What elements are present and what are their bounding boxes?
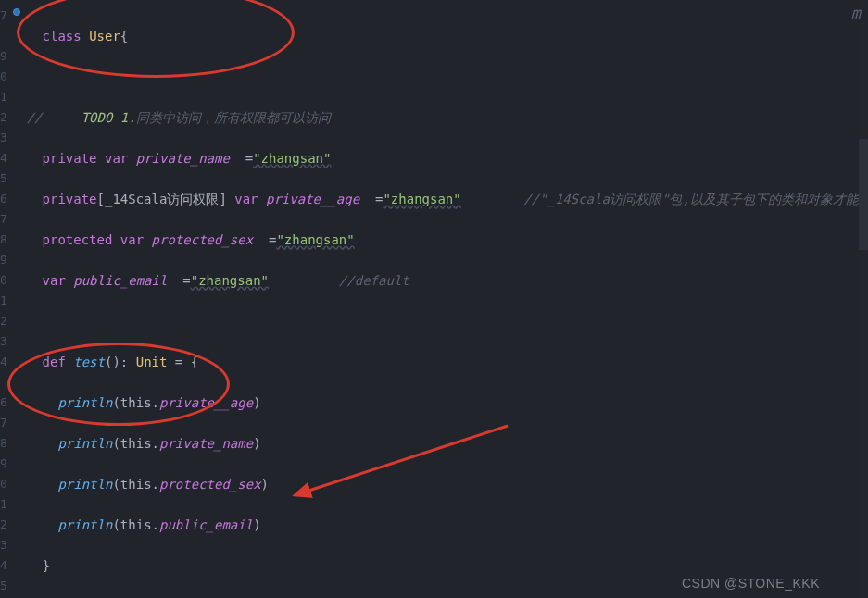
line-number: 0: [0, 474, 7, 494]
line-number: 6: [0, 189, 7, 209]
field-public-email: public_email: [73, 273, 167, 288]
paren: ): [261, 477, 269, 492]
watermark: CSDN @STONE_KKK: [682, 576, 820, 591]
line-number: 8: [0, 230, 7, 250]
line-number: 8: [0, 433, 7, 454]
paren: (: [112, 517, 120, 532]
svg-line-0: [295, 426, 508, 495]
todo-marker: TODO 1.: [82, 110, 136, 125]
comment: 同类中访问，所有权限都可以访问: [136, 110, 331, 125]
comment: //default: [269, 273, 409, 288]
call-println: println: [11, 517, 113, 532]
punct: =: [359, 192, 383, 206]
call-println: println: [11, 436, 113, 451]
line-number: 9: [0, 454, 7, 474]
line-number: 5: [0, 168, 7, 189]
field-private-name: private_name: [136, 151, 230, 166]
line-number-gutter: 7 9 0 1 2 3 4 5 6 7 8 9 0 1 2 3 4 6 7 8 …: [0, 0, 7, 598]
line-number: 4: [0, 352, 7, 372]
minimap[interactable]: m: [859, 0, 868, 598]
comment: //: [11, 110, 82, 125]
brace: = {: [167, 355, 198, 369]
code-area[interactable]: class User{ // TODO 1.同类中访问，所有权限都可以访问 pr…: [7, 0, 859, 598]
line-number: 9: [0, 46, 7, 67]
punct: =: [230, 151, 253, 166]
line-number: 9: [0, 250, 7, 270]
comment: //"_14Scala访问权限"包,以及其子包下的类和对象才能: [461, 192, 859, 206]
punct: ():: [105, 355, 136, 369]
line-number: 1: [0, 87, 7, 107]
call-println: println: [11, 477, 113, 492]
keyword-this: this: [120, 517, 152, 532]
dot: .: [152, 395, 159, 410]
keyword-this: this: [120, 436, 152, 451]
dot: .: [152, 477, 159, 492]
line-number: 1: [0, 494, 7, 515]
line-number: 2: [0, 107, 7, 128]
keyword-protected: protected: [11, 232, 120, 247]
punct: =: [253, 232, 276, 247]
minimap-letter: m: [851, 4, 861, 22]
keyword-this: this: [120, 395, 152, 410]
keyword-private: private: [11, 192, 97, 206]
line-number: 7: [0, 209, 7, 230]
punct: =: [167, 273, 190, 288]
paren: ): [253, 517, 260, 532]
paren: (: [112, 477, 120, 492]
minimap-viewport[interactable]: [859, 139, 868, 250]
line-number: [0, 26, 7, 46]
paren: ): [253, 436, 260, 451]
paren: (: [112, 395, 120, 410]
line-number: 1: [0, 291, 7, 311]
brace: {: [120, 29, 128, 44]
dot: .: [152, 517, 159, 532]
keyword-this: this: [120, 477, 152, 492]
line-number: 0: [0, 67, 7, 87]
access-qualifier: [_14Scala访问权限]: [97, 192, 235, 206]
dot: .: [152, 436, 159, 451]
line-number: 4: [0, 148, 7, 168]
line-number: 3: [0, 331, 7, 352]
field-ref: private_name: [159, 436, 253, 451]
string-literal: "zhangsan": [191, 273, 269, 288]
keyword-var: var: [105, 151, 136, 166]
brace: }: [11, 558, 50, 573]
type-unit: Unit: [136, 355, 168, 369]
line-number: 6: [0, 392, 7, 413]
string-literal: "zhangsan": [253, 151, 331, 166]
annotation-arrow: [276, 417, 517, 509]
field-private-age: private__age: [266, 192, 359, 206]
line-number: 2: [0, 311, 7, 331]
line-number: [0, 372, 7, 392]
method-test: test: [73, 355, 105, 369]
line-number: 3: [0, 128, 7, 148]
line-number: 7: [0, 413, 7, 433]
string-literal: "zhangsan": [276, 232, 354, 247]
line-number: 5: [0, 576, 7, 596]
line-number: 0: [0, 270, 7, 291]
type-user: User: [89, 29, 120, 44]
line-number: 2: [0, 515, 7, 535]
string-literal: "zhangsan": [383, 192, 460, 206]
line-number: 4: [0, 555, 7, 576]
paren: (: [112, 436, 120, 451]
line-number: 3: [0, 535, 7, 555]
paren: ): [253, 395, 260, 410]
keyword-var: var: [234, 192, 266, 206]
field-ref: protected_sex: [159, 477, 261, 492]
keyword-private: private: [11, 151, 105, 166]
keyword-def: def: [11, 355, 73, 369]
code-editor: 7 9 0 1 2 3 4 5 6 7 8 9 0 1 2 3 4 6 7 8 …: [0, 0, 868, 598]
call-println: println: [11, 395, 113, 410]
keyword-var: var: [11, 273, 73, 288]
field-ref: public_email: [159, 517, 253, 532]
keyword-class: class: [43, 29, 90, 44]
field-ref: private__age: [159, 395, 253, 410]
field-protected-sex: protected_sex: [152, 232, 254, 247]
keyword-var: var: [120, 232, 152, 247]
line-number: 7: [0, 6, 7, 26]
